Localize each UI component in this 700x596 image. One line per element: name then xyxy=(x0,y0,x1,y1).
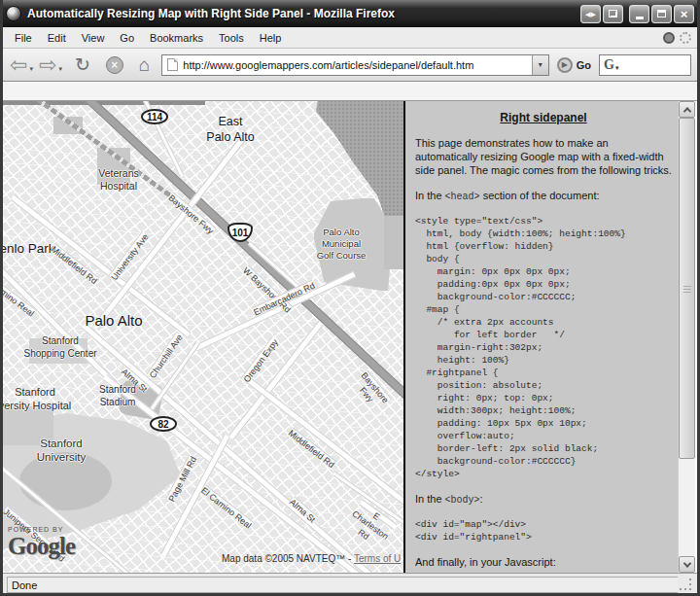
go-icon[interactable]: ▶ xyxy=(557,57,573,73)
stop-button[interactable]: × xyxy=(106,56,123,74)
shore-patch xyxy=(384,216,403,269)
menu-item-edit[interactable]: Edit xyxy=(40,29,74,47)
page-icon xyxy=(167,58,178,71)
title-bar: Automatically Resizing Map with Right Si… xyxy=(0,0,700,27)
forward-dropdown-icon[interactable]: ▾ xyxy=(58,65,62,73)
address-bar[interactable]: http://www.googlemappers.com/articles/si… xyxy=(161,54,548,76)
code-line: padding:0px 0px 0px 0px; xyxy=(415,278,672,291)
map-label: Palo Alto xyxy=(85,312,142,331)
back-dropdown-icon[interactable]: ▾ xyxy=(29,65,33,73)
panel-heading: Right sidepanel xyxy=(415,111,672,124)
close-button[interactable]: × xyxy=(674,5,694,23)
maximize-button[interactable] xyxy=(651,5,672,23)
window-title: Automatically Resizing Map with Right Si… xyxy=(27,7,580,20)
map-label: Stanford University xyxy=(37,437,86,465)
code-line: body { xyxy=(415,253,672,265)
code-line: <div id="map"></div> xyxy=(415,518,672,531)
panel-scrollbar[interactable] xyxy=(678,101,695,573)
code-line: border-left: 2px solid black; xyxy=(415,442,672,455)
code-line: margin-right:302px; xyxy=(415,341,672,354)
map-data-copyright: Map data ©2005 NAVTEQ™ - xyxy=(222,553,354,564)
minimize-button[interactable] xyxy=(629,5,649,23)
menu-items: FileEditViewGoBookmarksToolsHelp xyxy=(7,29,289,47)
scroll-down-button[interactable] xyxy=(679,556,695,573)
code-line: width:300px; height:100%; xyxy=(415,404,672,417)
window-mode-button[interactable] xyxy=(603,5,623,23)
code-line: height: 100%} xyxy=(415,354,672,367)
road xyxy=(3,101,205,105)
code-line: #map { xyxy=(415,303,672,316)
activity-spinner-icon xyxy=(680,32,691,44)
scrollbar-thumb[interactable] xyxy=(679,118,695,459)
head-section-line: In the <head> section of the document: xyxy=(415,189,672,204)
maximize-icon xyxy=(657,10,666,18)
menu-item-tools[interactable]: Tools xyxy=(211,29,252,47)
body-section-line: In the <body>: xyxy=(415,492,672,508)
text: In the xyxy=(415,190,445,201)
route-shield-82: 82 xyxy=(150,416,177,432)
map-label: Alma St xyxy=(291,497,318,522)
url-input[interactable]: http://www.googlemappers.com/articles/si… xyxy=(183,59,531,71)
search-box[interactable]: G ▾ xyxy=(599,54,691,76)
code-line: position: absolute; xyxy=(415,379,672,392)
menu-item-bookmarks[interactable]: Bookmarks xyxy=(142,29,211,47)
browser-window: Automatically Resizing Map with Right Si… xyxy=(0,0,700,596)
url-history-dropdown[interactable]: ▾ xyxy=(532,55,548,75)
status-text: Done xyxy=(7,577,678,593)
map-label: Oregon Expy xyxy=(241,337,277,382)
map-label: Stanford Stadium xyxy=(99,384,136,408)
tab-nav-button[interactable]: ◀▶ xyxy=(580,5,601,23)
close-icon: × xyxy=(681,8,688,20)
map-label: Stanford Shopping Center xyxy=(23,335,96,360)
chevron-down-icon xyxy=(682,559,690,567)
google-map[interactable]: East Palo Altoenlo ParkPalo AltoVeterans… xyxy=(3,101,403,573)
code-line: <div id="rightpanel"> xyxy=(415,531,672,543)
map-label: Veterans Hospital xyxy=(98,167,138,193)
thumb-grip-icon xyxy=(683,286,691,295)
reload-button[interactable]: ↻ xyxy=(75,55,90,74)
body-tag-code: <body> xyxy=(445,495,480,506)
menu-bar: FileEditViewGoBookmarksToolsHelp xyxy=(3,27,697,49)
home-button[interactable]: ⌂ xyxy=(139,55,150,74)
google-search-icon: G xyxy=(604,57,614,73)
menu-item-view[interactable]: View xyxy=(74,29,113,47)
route-shield-101: 101 xyxy=(228,223,253,242)
code-line: html, body {width:100%; height:100%} xyxy=(415,228,672,240)
search-engine-dropdown-icon[interactable]: ▾ xyxy=(615,64,619,72)
menu-item-go[interactable]: Go xyxy=(112,29,142,47)
code-line: </style> xyxy=(415,468,672,480)
arrows-icon: ◀▶ xyxy=(585,11,596,18)
terms-of-use-link[interactable]: Terms of U xyxy=(354,553,401,564)
menu-item-file[interactable]: File xyxy=(7,29,40,47)
powered-by-label: POWERED BY xyxy=(8,526,75,533)
map-label: Palo Alto Municipal Golf Course xyxy=(310,227,372,262)
head-tag-code: <head> xyxy=(445,192,480,202)
text: section of the document: xyxy=(480,190,600,201)
go-button[interactable]: Go xyxy=(577,59,591,71)
code-line: overflow:auto; xyxy=(415,430,672,442)
right-side-panel: Right sidepanel This page demonstrates h… xyxy=(403,101,678,573)
chevron-up-icon xyxy=(682,107,690,115)
menu-item-help[interactable]: Help xyxy=(252,29,290,47)
forward-button[interactable]: ⇨ xyxy=(39,54,56,76)
code-block-1: <style type="text/css"> html, body {widt… xyxy=(415,215,672,480)
code-line: margin: 0px 0px 0px 0px; xyxy=(415,265,672,278)
text: In the xyxy=(415,493,445,505)
bookmarks-strip xyxy=(3,82,697,101)
code-block-2: <div id="map"></div><div id="rightpanel"… xyxy=(415,518,672,543)
code-line: right: 0px; top: 0px; xyxy=(415,392,672,404)
back-button[interactable]: ⇦ xyxy=(10,54,27,76)
map-attribution: Map data ©2005 NAVTEQ™ - Terms of U xyxy=(222,553,401,564)
firefox-icon xyxy=(6,6,21,21)
map-label: enlo Park xyxy=(3,241,55,258)
scroll-up-button[interactable] xyxy=(679,101,695,118)
google-logo: POWERED BY Google xyxy=(8,526,75,558)
code-line: background-color:#CCCCCC} xyxy=(415,455,672,468)
map-label: East Palo Alto xyxy=(206,115,254,145)
code-line: for left border */ xyxy=(415,329,672,341)
page-content: East Palo Altoenlo ParkPalo AltoVeterans… xyxy=(3,101,697,573)
resize-grip[interactable] xyxy=(678,577,693,593)
text: : xyxy=(480,493,483,505)
code-line: padding: 10px 5px 0px 10px; xyxy=(415,417,672,430)
throbber-icon xyxy=(663,32,675,44)
